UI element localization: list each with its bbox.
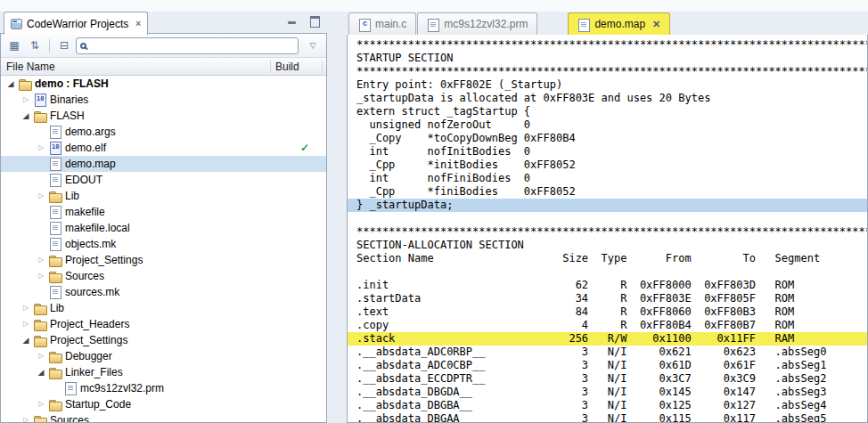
expand-arrow-icon[interactable]: ▷ [35,252,47,268]
view-menu-chevron-icon[interactable]: ▽ [304,37,322,54]
expand-arrow-icon[interactable]: ▷ [35,140,47,156]
editor-line: _Copy *toCopyDownBeg 0xFF80B4 [356,132,867,145]
editor-tab-main-c[interactable]: main.c [348,12,416,35]
codewarrior-ide: CodeWarrior Projects × ▦ ⇅ ⊟ ▽ [0,0,868,423]
view-mode-icon[interactable]: ▦ [5,37,23,54]
text-file-icon [63,381,78,395]
maximize-view-button[interactable] [308,14,321,27]
tree-item-flash[interactable]: ◢FLASH [1,108,326,124]
editor-tab-label: main.c [375,18,406,30]
tree-column-header: File Name Build [1,58,326,76]
editor-line: Entry point: 0xFF802E (_Startup) [356,78,867,92]
tree-item-label: mc9s12zvl32.prm [78,382,164,395]
folder-icon [33,317,47,331]
expand-arrow-icon[interactable]: ▷ [35,396,47,412]
tree-item-lib[interactable]: ▷Lib [1,188,326,204]
tree-item-lib[interactable]: ▷Lib [1,300,326,316]
expand-arrow-icon[interactable]: ▷ [20,316,32,332]
tree-item-makefile-local[interactable]: makefile.local [1,220,326,236]
column-header-build[interactable]: Build [275,61,299,73]
editor-line: STARTUP SECTION [356,52,867,65]
tree-item-demo-elf[interactable]: ▷demo.elf✓ [1,140,326,156]
tree-item-label: Lib [62,190,79,202]
folder-icon [33,333,47,347]
collapse-arrow-icon[interactable]: ◢ [20,332,32,348]
tree-item-sources[interactable]: ▷Sources [1,268,326,284]
folder-icon [33,109,47,123]
tree-item-edout[interactable]: EDOUT [1,172,326,188]
tree-item-sources-mk[interactable]: sources.mk [1,284,326,300]
tree-item-makefile[interactable]: makefile [1,204,326,220]
text-file-icon [48,157,62,171]
close-tab-icon[interactable]: ✕ [652,19,660,30]
expand-arrow-icon[interactable]: ▷ [35,188,47,204]
editor-line: .__absdata_DBGDA__ 3 N/I 0x145 0x147 .ab… [356,386,867,399]
collapse-arrow-icon[interactable]: ◢ [4,76,17,92]
collapse-arrow-icon[interactable]: ◢ [20,108,32,124]
tree-item-project-headers[interactable]: ▷Project_Headers [1,316,326,332]
expand-arrow-icon[interactable]: ▷ [20,412,32,422]
folder-icon [48,253,62,267]
editor-content[interactable]: ****************************************… [347,35,868,423]
close-view-icon[interactable]: × [135,19,141,28]
text-file-icon [48,173,62,187]
tree-item-binaries[interactable]: ▷Binaries [1,92,326,108]
tree-item-objects-mk[interactable]: objects.mk [1,236,326,252]
projects-view-body: ▦ ⇅ ⊟ ▽ File Name Build ◢demo : FLASH▷Bi… [0,33,327,423]
tree-item-label: Project_Headers [47,318,129,330]
text-file-icon [48,237,62,251]
binaries-icon [33,93,47,107]
tree-item-label: Linker_Files [62,366,123,378]
tree-item-label: sources.mk [62,286,119,298]
tree-item-demo-map[interactable]: demo.map [1,156,326,172]
project-tree: ◢demo : FLASH▷Binaries◢FLASHdemo.args▷de… [1,76,326,422]
expand-arrow-icon[interactable]: ▷ [20,92,32,108]
tree-item-sources[interactable]: ▷Sources [1,412,326,422]
minimize-view-button[interactable] [286,14,299,27]
editor-line: ****************************************… [356,65,867,78]
column-separator [270,60,271,73]
tree-item-label: Startup_Code [62,398,131,411]
column-separator [322,60,323,73]
editor-line: .__absdata_DBGBA__ 3 N/I 0x125 0x127 .ab… [356,399,867,412]
tree-item-mc9s12zvl32-prm[interactable]: mc9s12zvl32.prm [1,380,326,396]
sort-icon[interactable]: ⇅ [26,37,44,54]
project-icon [18,77,32,91]
collapse-all-icon[interactable]: ⊟ [55,37,73,54]
editor-line: .__absdata_ADC0CBP__ 3 N/I 0x61D 0x61F .… [356,359,867,372]
tree-item-linker-files[interactable]: ◢Linker_Files [1,364,326,380]
editor-tab-label: demo.map [594,18,645,30]
filter-input[interactable] [90,39,294,53]
projects-toolbar: ▦ ⇅ ⊟ ▽ [1,34,326,58]
editor-line: .__absdata_ADC0RBP__ 3 N/I 0x621 0x623 .… [356,346,867,359]
editor-line: .__absdata_DBGAA__ 3 N/I 0x115 0x117 .ab… [356,412,867,423]
folder-icon [33,413,47,422]
editor-tab-demo-map[interactable]: demo.map✕ [568,12,670,35]
folder-icon [48,397,62,411]
collapse-arrow-icon[interactable]: ◢ [35,364,47,380]
tree-item-debugger[interactable]: ▷Debugger [1,348,326,364]
folder-icon [48,365,62,379]
editor-tab-mc9s12zvl32-prm[interactable]: mc9s12zvl32.prm [417,12,537,35]
editor-line: SECTION-ALLOCATION SECTION [356,239,867,252]
tab-codewarrior-projects[interactable]: CodeWarrior Projects × [4,12,148,35]
tree-item-project-settings[interactable]: ◢Project_Settings [1,332,326,348]
expand-arrow-icon[interactable]: ▷ [35,268,47,284]
tree-item-startup-code[interactable]: ▷Startup_Code [1,396,326,412]
expand-arrow-icon[interactable]: ▷ [20,300,32,316]
text-file-icon [48,221,62,235]
folder-icon [48,189,62,203]
tree-item-demo-args[interactable]: demo.args [1,124,326,140]
view-tab-title: CodeWarrior Projects [27,18,128,30]
tree-item-label: makefile.local [62,222,130,234]
tree-item-demo-flash[interactable]: ◢demo : FLASH [1,76,326,92]
editor-line: _Cpp *finiBodies 0xFF8052 [356,185,867,199]
expand-arrow-icon[interactable]: ▷ [35,348,47,364]
editor-line: .copy 4 R 0xFF80B4 0xFF80B7 ROM [356,319,867,332]
codewarrior-projects-view-icon [11,19,22,29]
tree-item-project-settings[interactable]: ▷Project_Settings [1,252,326,268]
editor-line: .__absdata_ECCDPTR__ 3 N/I 0x3C7 0x3C9 .… [356,372,867,386]
text-file-icon [48,205,62,219]
column-header-file-name[interactable]: File Name [1,61,55,73]
editor-tab-bar: main.cmc9s12zvl32.prmdemo.map✕ [347,12,868,36]
